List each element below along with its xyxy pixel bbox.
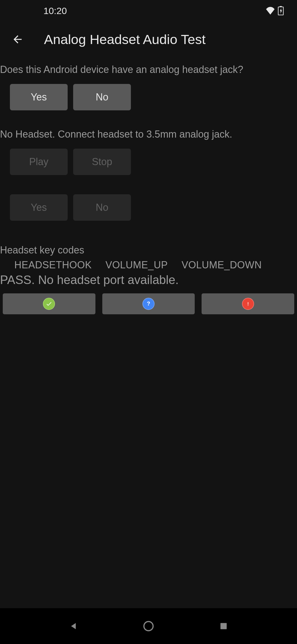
stop-button: Stop xyxy=(73,149,131,175)
back-button[interactable] xyxy=(12,33,24,45)
info-button[interactable]: ? xyxy=(102,293,195,314)
svg-rect-4 xyxy=(221,623,227,629)
play-button: Play xyxy=(10,149,68,175)
status-icons xyxy=(266,6,284,15)
yes-confirm-button: Yes xyxy=(10,194,68,221)
alert-icon xyxy=(242,298,254,310)
app-bar: Analog Headset Audio Test xyxy=(0,21,297,57)
navigation-bar xyxy=(0,608,297,644)
no-confirm-button: No xyxy=(73,194,131,221)
pass-message: PASS. No headset port available. xyxy=(0,271,297,287)
keycodes-header: Headset key codes xyxy=(0,228,297,256)
page-title: Analog Headset Audio Test xyxy=(44,32,206,47)
keycode-headsethook: HEADSETHOOK xyxy=(14,259,92,271)
keycodes-row: HEADSETHOOK VOLUME_UP VOLUME_DOWN xyxy=(0,256,297,271)
keycode-volume-down: VOLUME_DOWN xyxy=(182,259,262,271)
status-bar: 10:20 xyxy=(0,0,297,21)
jack-question-buttons: Yes No xyxy=(0,76,297,118)
svg-rect-1 xyxy=(280,6,282,7)
wifi-icon xyxy=(266,7,275,15)
svg-point-3 xyxy=(144,621,153,631)
question-icon: ? xyxy=(142,298,155,310)
battery-charging-icon xyxy=(278,6,284,15)
nav-recent-button[interactable] xyxy=(217,619,230,633)
question-text: Does this Android device have an analog … xyxy=(0,57,297,76)
fail-button[interactable] xyxy=(202,293,294,314)
status-time: 10:20 xyxy=(43,6,67,16)
nav-home-button[interactable] xyxy=(142,619,155,633)
arrow-back-icon xyxy=(12,33,24,45)
playback-buttons: Play Stop xyxy=(0,141,297,183)
content: Does this Android device have an analog … xyxy=(0,57,297,321)
action-buttons-row: ? xyxy=(0,287,297,321)
nav-back-button[interactable] xyxy=(67,619,80,633)
pass-button[interactable] xyxy=(3,293,95,314)
nav-home-icon xyxy=(143,621,154,632)
svg-text:?: ? xyxy=(147,301,150,307)
headset-status-text: No Headset. Connect headset to 3.5mm ana… xyxy=(0,118,297,141)
yes-button[interactable]: Yes xyxy=(10,84,68,110)
no-button[interactable]: No xyxy=(73,84,131,110)
check-icon xyxy=(43,298,55,310)
keycode-volume-up: VOLUME_UP xyxy=(106,259,168,271)
nav-recent-icon xyxy=(219,621,228,631)
nav-back-icon xyxy=(69,621,78,632)
confirm-buttons: Yes No xyxy=(0,183,297,228)
